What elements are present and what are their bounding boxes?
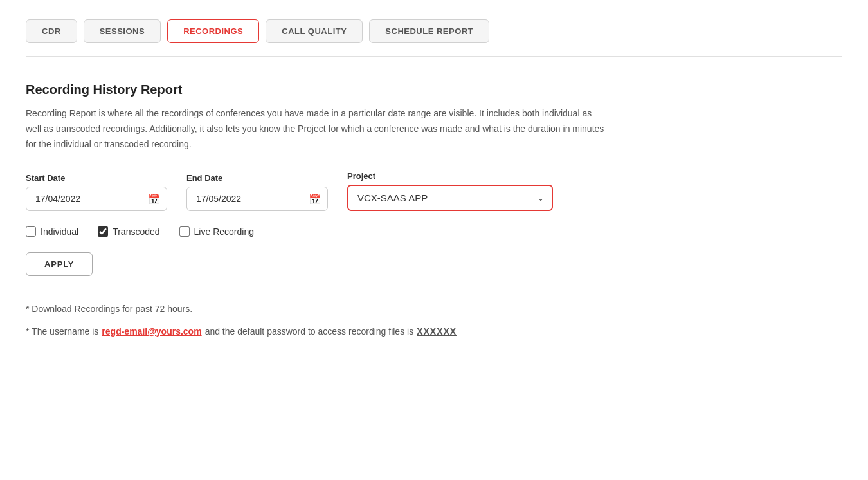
checkbox-label-individual: Individual	[41, 226, 78, 237]
form-row: Start Date 📅 End Date 📅 Project	[26, 171, 842, 211]
end-date-input[interactable]	[186, 187, 328, 211]
start-date-label: Start Date	[26, 173, 167, 183]
checkbox-transcoded[interactable]: Transcoded	[98, 226, 159, 237]
project-select-wrapper: VCX-SAAS APPProject 2Project 3 ⌄	[347, 185, 553, 211]
checkbox-individual[interactable]: Individual	[26, 226, 78, 237]
checkbox-input-live-recording[interactable]	[179, 226, 190, 237]
note2-password: XXXXXX	[417, 324, 457, 338]
section-title: Recording History Report	[26, 82, 842, 97]
notes-section: * Download Recordings for past 72 hours.…	[26, 302, 842, 338]
checkbox-label-live-recording: Live Recording	[194, 226, 254, 237]
content-area: Recording History Report Recording Repor…	[26, 76, 842, 353]
apply-button[interactable]: APPLY	[26, 252, 93, 276]
note-1: * Download Recordings for past 72 hours.	[26, 302, 842, 316]
end-date-label: End Date	[186, 173, 328, 183]
note-2: * The username is regd-email@yours.com a…	[26, 324, 842, 338]
checkbox-label-transcoded: Transcoded	[113, 226, 159, 237]
project-label: Project	[347, 171, 553, 181]
note2-middle: and the default password to access recor…	[205, 324, 414, 338]
tabs-bar: CDRSESSIONSRECORDINGSCALL QUALITYSCHEDUL…	[26, 19, 842, 57]
end-date-input-wrapper: 📅	[186, 187, 328, 211]
section-description: Recording Report is where all the record…	[26, 106, 604, 152]
start-date-input[interactable]	[26, 187, 167, 211]
tab-sessions[interactable]: SESSIONS	[84, 19, 161, 43]
start-date-input-wrapper: 📅	[26, 187, 167, 211]
project-group: Project VCX-SAAS APPProject 2Project 3 ⌄	[347, 171, 553, 211]
tab-recordings[interactable]: RECORDINGS	[167, 19, 259, 43]
checkbox-row: IndividualTranscodedLive Recording	[26, 226, 842, 237]
tab-call-quality[interactable]: CALL QUALITY	[266, 19, 363, 43]
project-select[interactable]: VCX-SAAS APPProject 2Project 3	[347, 185, 553, 211]
checkbox-live-recording[interactable]: Live Recording	[179, 226, 254, 237]
end-date-group: End Date 📅	[186, 173, 328, 211]
tab-cdr[interactable]: CDR	[26, 19, 77, 43]
checkbox-input-individual[interactable]	[26, 226, 36, 237]
tab-schedule-report[interactable]: SCHEDULE REPORT	[369, 19, 489, 43]
note2-prefix: * The username is	[26, 324, 98, 338]
start-date-group: Start Date 📅	[26, 173, 167, 211]
checkbox-input-transcoded[interactable]	[98, 226, 108, 237]
note2-email[interactable]: regd-email@yours.com	[102, 324, 201, 338]
